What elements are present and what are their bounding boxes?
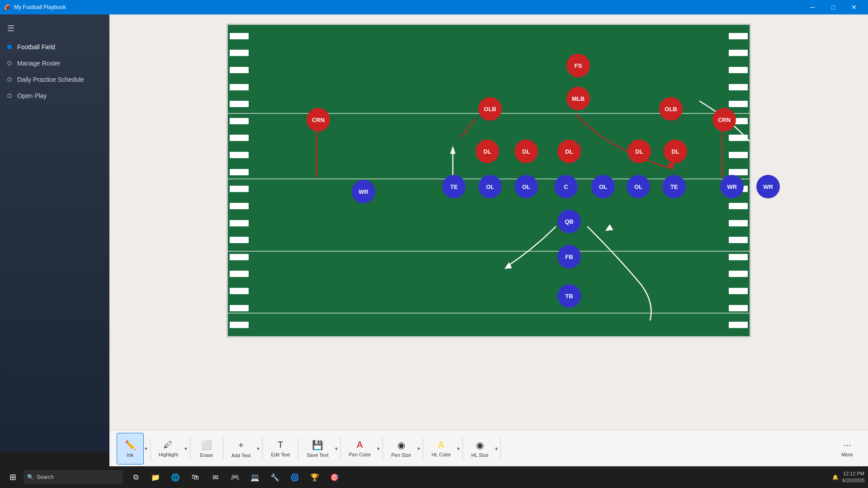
hl-size-label: HL Size	[471, 452, 488, 458]
save-arrow[interactable]: ▾	[335, 446, 338, 452]
player-ol3[interactable]: OL	[591, 175, 615, 198]
player-dl2[interactable]: DL	[514, 140, 538, 163]
highlight-tool-button[interactable]: 🖊 Highlight	[153, 433, 184, 465]
taskbar-right: 🔔 12:12 PM 6/20/2020	[832, 470, 864, 484]
sidebar-label-football-field: Football Field	[17, 43, 55, 51]
add-text-arrow[interactable]: ▾	[257, 446, 259, 452]
erase-icon: ⬜	[201, 440, 212, 450]
search-icon: 🔍	[27, 474, 34, 480]
player-crn-left[interactable]: CRN	[307, 108, 330, 131]
player-fs[interactable]: FS	[566, 54, 590, 77]
app-icon: 🏈	[4, 4, 10, 10]
svg-line-3	[462, 119, 476, 137]
sidebar-dot	[7, 61, 12, 66]
player-tb[interactable]: TB	[557, 284, 581, 308]
football-field[interactable]: FS MLB OLB OLB CRN CRN DL DL DL DL DL WR…	[226, 23, 751, 338]
highlight-arrow[interactable]: ▾	[184, 446, 187, 452]
player-wr-right1[interactable]: WR	[720, 175, 744, 198]
player-wr-right2[interactable]: WR	[756, 175, 780, 198]
ink-label: Ink	[127, 452, 134, 458]
app6-button[interactable]: 🎯	[326, 468, 344, 486]
start-button[interactable]: ⊞	[4, 468, 22, 486]
erase-tool-button[interactable]: ⬜ Erase	[193, 433, 220, 465]
player-dl1[interactable]: DL	[476, 140, 499, 163]
side-tick	[230, 118, 249, 124]
window-controls: ─ □ ✕	[802, 0, 864, 14]
player-fb[interactable]: FB	[557, 245, 581, 268]
sidebar-item-practice-schedule[interactable]: Daily Practice Schedule	[0, 71, 109, 88]
hl-size-icon: ◉	[476, 440, 484, 450]
mail-button[interactable]: ✉	[206, 468, 224, 486]
side-tick	[230, 254, 249, 260]
separator	[190, 437, 190, 460]
pen-size-tool-button[interactable]: ◉ Pen Size	[386, 433, 416, 465]
sidebar-item-open-play[interactable]: Open Play	[0, 88, 109, 104]
side-tick	[729, 237, 748, 243]
hl-color-arrow[interactable]: ▾	[457, 446, 460, 452]
player-mlb[interactable]: MLB	[566, 87, 590, 110]
more-tool-button[interactable]: ··· More	[834, 433, 861, 465]
task-view-button[interactable]: ⧉	[127, 468, 145, 486]
side-tick	[729, 305, 748, 311]
player-qb[interactable]: QB	[557, 210, 581, 233]
sidebar-dot	[7, 94, 12, 98]
pen-size-arrow[interactable]: ▾	[417, 446, 420, 452]
notification-icon[interactable]: 🔔	[832, 474, 839, 480]
close-button[interactable]: ✕	[844, 0, 864, 14]
file-explorer-button[interactable]: 📁	[146, 468, 165, 486]
side-tick	[729, 33, 748, 39]
maximize-button[interactable]: □	[823, 0, 844, 14]
app3-button[interactable]: 🔧	[266, 468, 284, 486]
minimize-button[interactable]: ─	[802, 0, 823, 14]
side-tick	[230, 135, 249, 141]
player-c[interactable]: C	[554, 175, 578, 198]
store-button[interactable]: 🛍	[186, 468, 204, 486]
player-olb-right[interactable]: OLB	[659, 97, 683, 121]
separator	[382, 437, 383, 460]
app5-button[interactable]: 🏆	[306, 468, 324, 486]
app-title: My Football Playbook	[14, 4, 66, 10]
player-dl5[interactable]: DL	[664, 140, 687, 163]
app4-button[interactable]: 🌀	[286, 468, 304, 486]
pen-color-icon: A	[357, 440, 363, 450]
add-text-tool-button[interactable]: ＋ Add Text	[226, 433, 256, 465]
separator	[462, 437, 463, 460]
side-tick	[230, 186, 249, 192]
separator	[500, 437, 501, 460]
player-ol1[interactable]: OL	[478, 175, 502, 198]
pen-color-tool-button[interactable]: A Pen Color	[344, 433, 377, 465]
side-tick	[230, 50, 249, 56]
player-te-left[interactable]: TE	[442, 175, 466, 198]
player-ol2[interactable]: OL	[514, 175, 538, 198]
side-tick	[230, 101, 249, 107]
app2-button[interactable]: 💻	[246, 468, 264, 486]
player-wr-left[interactable]: WR	[352, 180, 375, 203]
taskbar-time-value: 12:12 PM	[842, 470, 864, 477]
ink-tool-button[interactable]: ✏️ Ink	[117, 433, 144, 465]
edge-button[interactable]: 🌐	[166, 468, 184, 486]
player-te-right[interactable]: TE	[662, 175, 686, 198]
ink-arrow[interactable]: ▾	[145, 446, 147, 452]
side-tick	[230, 237, 249, 243]
hl-color-tool-button[interactable]: A HL Color	[426, 433, 456, 465]
player-ol4[interactable]: OL	[627, 175, 650, 198]
sidebar-item-football-field[interactable]: Football Field	[0, 39, 109, 55]
search-bar[interactable]: 🔍 Search	[24, 470, 123, 484]
player-dl4[interactable]: DL	[627, 140, 651, 163]
field-line	[228, 251, 750, 252]
field-line	[228, 313, 750, 314]
edit-text-tool-button[interactable]: T Edit Text	[265, 433, 295, 465]
player-crn-right[interactable]: CRN	[712, 108, 736, 131]
app1-button[interactable]: 🎮	[226, 468, 244, 486]
hl-size-tool-button[interactable]: ◉ HL Size	[466, 433, 494, 465]
player-olb-left[interactable]: OLB	[478, 97, 502, 121]
hl-size-arrow[interactable]: ▾	[495, 446, 498, 452]
app-body: ☰ Football Field Manage Roster Daily Pra…	[0, 14, 868, 452]
player-dl3[interactable]: DL	[557, 140, 581, 163]
save-text-tool-button[interactable]: 💾 Save Text	[301, 433, 334, 465]
pen-color-arrow[interactable]: ▾	[377, 446, 380, 452]
menu-icon[interactable]: ☰	[0, 18, 109, 39]
side-tick	[729, 203, 748, 209]
side-tick	[230, 220, 249, 226]
sidebar-item-manage-roster[interactable]: Manage Roster	[0, 55, 109, 71]
